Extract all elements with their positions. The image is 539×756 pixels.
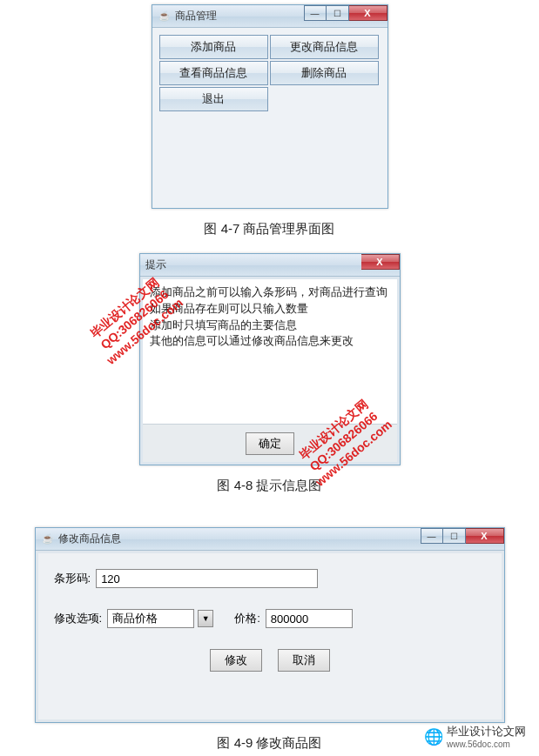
java-icon: ☕ (41, 532, 55, 546)
delete-product-button[interactable]: 删除商品 (270, 61, 379, 85)
action-row: 修改 取消 (54, 649, 486, 672)
window-controls: X (361, 254, 400, 276)
figure-caption-1: 图 4-7 商品管理界面图 (0, 221, 539, 238)
window-content: 条形码: 修改选项: 商品价格 ▼ 价格: 修改 取消 (36, 551, 504, 722)
modify-product-window: ☕ 修改商品信息 — ☐ X 条形码: 修改选项: 商品价格 ▼ 价格: 修改 … (35, 527, 505, 723)
dialog-footer: 确定 (143, 424, 397, 462)
barcode-row: 条形码: (54, 569, 486, 588)
prompt-window: 提示 X 添加商品之前可以输入条形码，对商品进行查询 如果商品存在则可以只输入数… (139, 253, 401, 465)
window-title: 修改商品信息 (58, 532, 121, 546)
message-line: 其他的信息可以通过修改商品信息来更改 (150, 333, 390, 350)
option-label: 修改选项: (54, 611, 103, 626)
window-content: 添加商品之前可以输入条形码，对商品进行查询 如果商品存在则可以只输入数量 添加时… (140, 277, 400, 465)
cancel-button[interactable]: 取消 (278, 649, 330, 672)
window-content: 添加商品 更改商品信息 查看商品信息 删除商品 退出 (152, 28, 387, 208)
window-controls: — ☐ X (421, 528, 504, 550)
option-select[interactable]: 商品价格 (107, 609, 194, 628)
globe-icon: 🌐 (424, 727, 443, 746)
add-product-button[interactable]: 添加商品 (159, 35, 268, 59)
close-button[interactable]: X (466, 528, 504, 544)
window-controls: — ☐ X (304, 5, 387, 27)
price-label: 价格: (234, 611, 260, 626)
price-input[interactable] (266, 609, 353, 628)
close-button[interactable]: X (349, 5, 387, 21)
titlebar: 提示 X (140, 254, 400, 277)
window-title: 提示 (145, 258, 166, 272)
message-line: 如果商品存在则可以只输入数量 (150, 301, 390, 318)
barcode-label: 条形码: (54, 571, 91, 586)
product-management-window: ☕ 商品管理 — ☐ X 添加商品 更改商品信息 查看商品信息 删除商品 退出 (152, 4, 388, 209)
message-text: 添加商品之前可以输入条形码，对商品进行查询 如果商品存在则可以只输入数量 添加时… (143, 279, 397, 424)
minimize-button[interactable]: — (304, 5, 327, 21)
java-icon: ☕ (158, 10, 172, 23)
dropdown-arrow-icon[interactable]: ▼ (198, 610, 213, 627)
close-button[interactable]: X (361, 254, 400, 270)
titlebar: ☕ 修改商品信息 — ☐ X (36, 528, 504, 551)
exit-button[interactable]: 退出 (159, 87, 268, 111)
message-line: 添加商品之前可以输入条形码，对商品进行查询 (150, 284, 390, 301)
footer-url: www.56doc.com (447, 739, 526, 749)
window-title: 商品管理 (175, 9, 217, 23)
minimize-button[interactable]: — (421, 528, 443, 544)
maximize-button[interactable]: ☐ (327, 5, 349, 21)
footer-title: 毕业设计论文网 (447, 725, 526, 738)
ok-button[interactable]: 确定 (246, 432, 294, 455)
maximize-button[interactable]: ☐ (443, 528, 466, 544)
message-line: 添加时只填写商品的主要信息 (150, 318, 390, 334)
footer-logo: 🌐 毕业设计论文网 www.56doc.com (424, 724, 526, 749)
titlebar: ☕ 商品管理 — ☐ X (152, 5, 387, 28)
button-grid: 添加商品 更改商品信息 查看商品信息 删除商品 退出 (155, 30, 385, 116)
edit-product-button[interactable]: 更改商品信息 (270, 35, 379, 59)
view-product-button[interactable]: 查看商品信息 (159, 61, 268, 85)
barcode-input[interactable] (96, 569, 318, 588)
option-selected-value: 商品价格 (112, 611, 158, 626)
figure-caption-2: 图 4-8 提示信息图 (0, 478, 539, 494)
option-row: 修改选项: 商品价格 ▼ 价格: (54, 609, 486, 628)
modify-button[interactable]: 修改 (210, 649, 262, 672)
